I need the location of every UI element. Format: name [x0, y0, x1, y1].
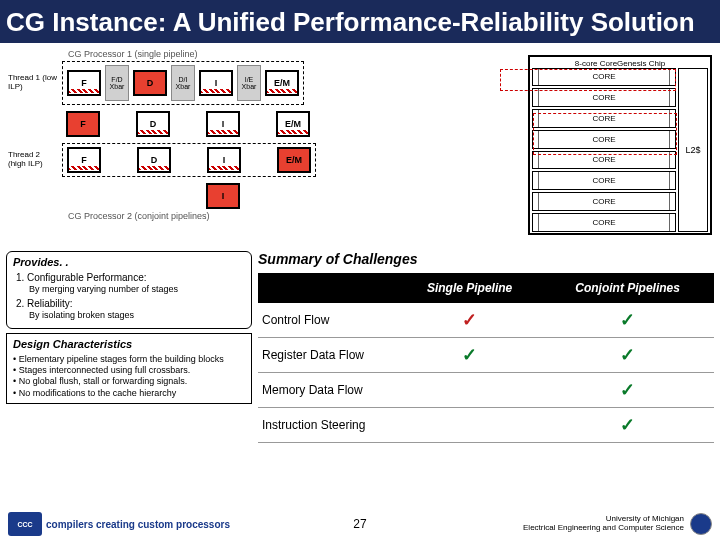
table-row: Control Flow✓✓ — [258, 303, 714, 338]
table-header-conjoint: Conjoint Pipelines — [541, 273, 714, 303]
table-row: Register Data Flow✓✓ — [258, 337, 714, 372]
slide-footer: CCC compilers creating custom processors… — [0, 512, 720, 536]
stage-i: I — [199, 70, 233, 96]
table-row: Memory Data Flow✓ — [258, 372, 714, 407]
check-icon: ✓ — [541, 303, 714, 338]
provides-item: Reliability:By isolating broken stages — [27, 298, 245, 320]
thread2-label: Thread 2 (high ILP) — [8, 151, 58, 169]
summary-header: Summary of Challenges — [258, 251, 714, 267]
stage-f: F — [67, 70, 101, 96]
core-cell: CORE — [532, 213, 676, 232]
stage-f3: F — [67, 147, 101, 173]
university-attribution: University of MichiganElectrical Enginee… — [523, 515, 684, 533]
chip-title: 8-core CoreGenesis Chip — [532, 59, 708, 68]
stage-em-broken: E/M — [277, 147, 311, 173]
check-icon — [398, 372, 541, 407]
core-cell: CORE — [532, 171, 676, 190]
page-number: 27 — [353, 517, 366, 531]
provides-header: Provides. . — [13, 256, 245, 268]
thread1-label: Thread 1 (low ILP) — [8, 74, 58, 92]
check-icon — [398, 407, 541, 442]
check-icon: ✓ — [398, 337, 541, 372]
design-header: Design Characteristics — [13, 338, 245, 350]
table-row: Instruction Steering✓ — [258, 407, 714, 442]
stage-em2: E/M — [276, 111, 310, 137]
stage-d3: D — [137, 147, 171, 173]
stage-d2: D — [136, 111, 170, 137]
ie-xbar: I/E Xbar — [237, 65, 261, 101]
slide-title: CG Instance: A Unified Performance-Relia… — [6, 8, 714, 37]
fd-xbar: F/D Xbar — [105, 65, 129, 101]
stage-f-broken: F — [66, 111, 100, 137]
table-header-single: Single Pipeline — [398, 273, 541, 303]
design-bullet: • No modifications to the cache hierarch… — [13, 388, 245, 398]
check-icon: ✓ — [541, 337, 714, 372]
stage-em: E/M — [265, 70, 299, 96]
provides-box: Provides. . Configurable Performance:By … — [6, 251, 252, 329]
stage-i3: I — [207, 147, 241, 173]
l2-cache: L2$ — [678, 68, 708, 232]
design-bullet: • Stages interconnected using full cross… — [13, 365, 245, 375]
design-characteristics-box: Design Characteristics • Elementary pipe… — [6, 333, 252, 404]
core-cell: CORE — [532, 192, 676, 211]
di-xbar: D/I Xbar — [171, 65, 195, 101]
design-bullet: • Elementary pipeline stages form the bu… — [13, 354, 245, 364]
stage-i-broken: I — [206, 183, 240, 209]
check-icon: ✓ — [398, 303, 541, 338]
chip-diagram: 8-core CoreGenesis Chip CORE CORE CORE C… — [528, 55, 712, 235]
check-icon: ✓ — [541, 407, 714, 442]
design-bullet: • No global flush, stall or forwarding s… — [13, 376, 245, 386]
architecture-diagram: CG Processor 1 (single pipeline) Thread … — [0, 43, 720, 251]
table-header-blank — [258, 273, 398, 303]
stage-d-broken: D — [133, 70, 167, 96]
check-icon: ✓ — [541, 372, 714, 407]
slide-title-bar: CG Instance: A Unified Performance-Relia… — [0, 0, 720, 43]
logo-text: compilers creating custom processors — [46, 519, 230, 530]
challenges-table: Single Pipeline Conjoint Pipelines Contr… — [258, 273, 714, 443]
core-cell: CORE — [532, 88, 676, 107]
university-seal-icon — [690, 513, 712, 535]
stage-i2: I — [206, 111, 240, 137]
provides-item: Configurable Performance:By merging vary… — [27, 272, 245, 294]
ccc-logo-icon: CCC — [8, 512, 42, 536]
